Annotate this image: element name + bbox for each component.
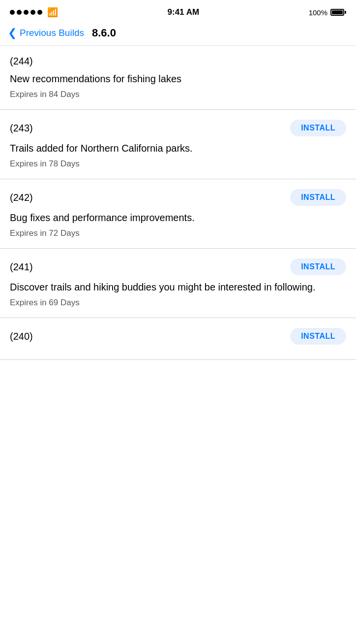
build-item-241: (241) INSTALL Discover trails and hiking… <box>0 249 356 318</box>
build-243-expiry: Expires in 78 Days <box>10 159 346 169</box>
build-244-number: (244) <box>10 56 33 67</box>
status-bar-right: 100% <box>309 8 346 17</box>
build-240-number: (240) <box>10 331 33 342</box>
battery-tip <box>345 11 346 14</box>
build-242-header: (242) INSTALL <box>10 189 346 206</box>
status-bar-left: 📶 <box>10 7 58 18</box>
signal-dot-4 <box>30 10 35 15</box>
nav-title: 8.6.0 <box>92 27 116 39</box>
status-time: 9:41 AM <box>168 7 200 17</box>
build-243-header: (243) INSTALL <box>10 120 346 136</box>
build-242-number: (242) <box>10 192 33 203</box>
install-button-243[interactable]: INSTALL <box>290 120 346 136</box>
install-button-241[interactable]: INSTALL <box>290 258 346 275</box>
back-label: Previous Builds <box>20 28 84 38</box>
build-item-243: (243) INSTALL Trails added for Northern … <box>0 110 356 179</box>
build-item-242: (242) INSTALL Bug fixes and performance … <box>0 179 356 249</box>
build-240-header: (240) INSTALL <box>10 328 346 345</box>
build-item-244: (244) New recommendations for fishing la… <box>0 46 356 110</box>
build-244-description: New recommendations for fishing lakes <box>10 72 346 86</box>
build-243-description: Trails added for Northern California par… <box>10 141 346 155</box>
battery-percentage: 100% <box>309 8 327 17</box>
build-243-number: (243) <box>10 123 33 134</box>
install-button-242[interactable]: INSTALL <box>290 189 346 206</box>
build-241-description: Discover trails and hiking buddies you m… <box>10 280 346 294</box>
signal-dot-1 <box>10 10 15 15</box>
builds-list: (244) New recommendations for fishing la… <box>0 46 356 360</box>
build-item-240: (240) INSTALL <box>0 318 356 360</box>
build-241-number: (241) <box>10 261 33 273</box>
battery-icon <box>330 9 346 16</box>
build-242-description: Bug fixes and performance improvements. <box>10 211 346 225</box>
build-241-header: (241) INSTALL <box>10 258 346 275</box>
status-bar: 📶 9:41 AM 100% <box>0 0 356 23</box>
build-244-header: (244) <box>10 56 346 67</box>
signal-dots <box>10 10 42 15</box>
wifi-icon: 📶 <box>47 7 58 18</box>
battery-fill <box>332 10 343 14</box>
nav-bar: ❮ Previous Builds 8.6.0 <box>0 23 356 46</box>
install-button-240[interactable]: INSTALL <box>290 328 346 345</box>
back-chevron-icon: ❮ <box>8 28 17 38</box>
back-button[interactable]: ❮ Previous Builds <box>8 28 84 38</box>
signal-dot-5 <box>37 10 42 15</box>
battery-body <box>330 9 344 16</box>
build-244-expiry: Expires in 84 Days <box>10 90 346 99</box>
signal-dot-2 <box>17 10 22 15</box>
build-241-expiry: Expires in 69 Days <box>10 298 346 308</box>
build-242-expiry: Expires in 72 Days <box>10 228 346 238</box>
signal-dot-3 <box>24 10 29 15</box>
